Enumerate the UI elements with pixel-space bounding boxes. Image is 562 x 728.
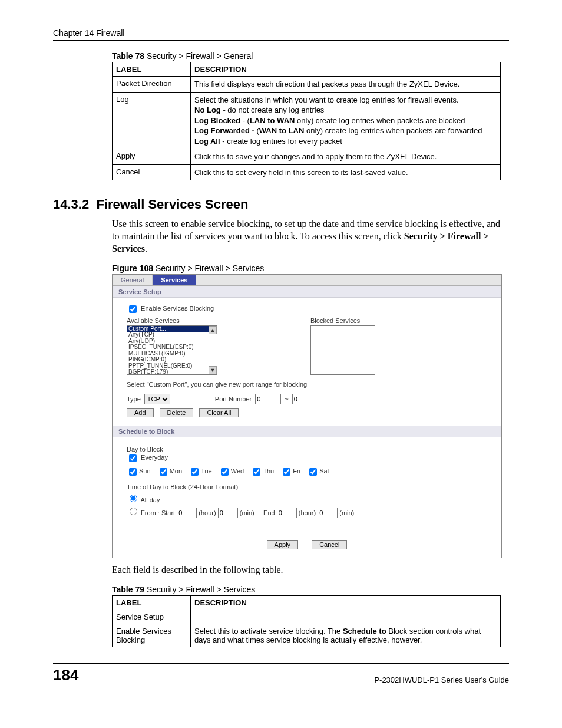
- table78-header-label: LABEL: [113, 62, 191, 77]
- section-paragraph: Use this screen to enable service blocki…: [112, 218, 501, 255]
- enable-row: Enable Services Blocking: [127, 304, 487, 315]
- t78-r2-desc: Click this to save your changes and to a…: [191, 149, 501, 165]
- end-hour-input[interactable]: [277, 508, 297, 518]
- table78-caption: Table 78 Security > Firewall > General: [112, 51, 509, 61]
- table-row: Service Setup: [113, 610, 501, 624]
- port-from-input[interactable]: [255, 394, 281, 404]
- enable-services-blocking-checkbox[interactable]: [129, 305, 137, 313]
- all-day-radio[interactable]: [130, 495, 137, 502]
- table79: LABEL DESCRIPTION Service Setup Enable S…: [112, 595, 501, 647]
- end-min-input[interactable]: [318, 508, 338, 518]
- section-heading: 14.3.2 Firewall Services Screen: [53, 197, 509, 212]
- custom-port-hint: Select "Custom Port", you can give new p…: [127, 381, 487, 388]
- day-mon-checkbox[interactable]: [160, 468, 167, 476]
- from-radio[interactable]: [130, 508, 137, 515]
- figure108-caption: Figure 108 Security > Firewall > Service…: [112, 263, 509, 273]
- type-select[interactable]: TCP: [144, 394, 170, 404]
- type-label: Type: [127, 396, 141, 403]
- blocked-services-listbox[interactable]: [310, 325, 375, 375]
- apply-button[interactable]: Apply: [267, 540, 299, 549]
- table-row: Cancel Click this to set every field in …: [113, 164, 501, 180]
- everyday-label: Everyday: [141, 454, 168, 461]
- start-min-input[interactable]: [218, 508, 238, 518]
- scroll-down-icon[interactable]: ▼: [209, 366, 217, 374]
- table78: LABEL DESCRIPTION Packet Direction This …: [112, 62, 501, 180]
- days-row: Sun Mon Tue Wed Thu Fri Sat: [127, 466, 487, 477]
- day-tue-checkbox[interactable]: [191, 468, 199, 476]
- min-label-1: (min): [240, 509, 254, 516]
- start-hour-input[interactable]: [177, 508, 197, 518]
- table-row: Log Select the situations in which you w…: [113, 92, 501, 149]
- time-of-day-header: Time of Day to Block (24-Hour Format): [127, 483, 487, 490]
- table79-header-desc: DESCRIPTION: [191, 595, 501, 610]
- footer-rule: [53, 663, 509, 664]
- t79-r1-label: Enable Services Blocking: [113, 624, 191, 647]
- table78-caption-text: Security > Firewall > General: [144, 51, 253, 61]
- table79-header-label: LABEL: [113, 595, 191, 610]
- tabs: General Services: [113, 275, 501, 286]
- dotted-separator: [136, 535, 478, 535]
- guide-title: P-2302HWUDL-P1 Series User's Guide: [374, 676, 509, 684]
- port-tilde: ~: [285, 396, 288, 403]
- footer: 184 P-2302HWUDL-P1 Series User's Guide: [53, 666, 509, 684]
- day-to-block-label: Day to Block: [127, 446, 487, 453]
- day-wed-checkbox[interactable]: [221, 468, 229, 476]
- figure108: General Services Service Setup Enable Se…: [112, 274, 502, 558]
- end-label: End: [263, 509, 275, 516]
- add-button[interactable]: Add: [127, 408, 154, 417]
- table79-caption: Table 79 Security > Firewall > Services: [112, 585, 509, 594]
- table78-caption-prefix: Table 78: [112, 51, 144, 61]
- t78-r3-label: Cancel: [113, 164, 191, 180]
- table-row: Enable Services Blocking Select this to …: [113, 624, 501, 647]
- min-label-2: (min): [339, 509, 354, 516]
- t78-r2-label: Apply: [113, 149, 191, 165]
- port-number-label: Port Number: [215, 396, 252, 403]
- t78-r0-desc: This field displays each direction that …: [191, 77, 501, 93]
- running-head: Chapter 14 Firewall: [53, 28, 509, 38]
- day-fri-checkbox[interactable]: [283, 468, 290, 476]
- list-item[interactable]: BGP(TCP:179): [127, 369, 217, 375]
- from-label: From : Start: [141, 509, 175, 516]
- delete-button[interactable]: Delete: [160, 408, 194, 417]
- t79-r1-desc: Select this to activate service blocking…: [191, 624, 501, 647]
- everyday-checkbox[interactable]: [129, 454, 137, 462]
- table-row: Apply Click this to save your changes an…: [113, 149, 501, 165]
- header-rule: [53, 40, 509, 41]
- hour-label-1: (hour): [199, 509, 216, 516]
- t78-r0-label: Packet Direction: [113, 77, 191, 93]
- table-row: Packet Direction This field displays eac…: [113, 77, 501, 93]
- tab-services[interactable]: Services: [153, 275, 196, 285]
- t78-r1-desc: Select the situations in which you want …: [191, 92, 501, 149]
- enable-services-blocking-label: Enable Services Blocking: [141, 305, 214, 312]
- available-services-label: Available Services: [127, 317, 217, 324]
- clear-all-button[interactable]: Clear All: [199, 408, 239, 417]
- t78-r3-desc: Click this to set every field in this sc…: [191, 164, 501, 180]
- all-day-label: All day: [140, 496, 160, 503]
- schedule-header: Schedule to Block: [113, 426, 501, 437]
- day-thu-checkbox[interactable]: [253, 468, 260, 476]
- hour-label-2: (hour): [299, 509, 316, 516]
- day-sat-checkbox[interactable]: [309, 468, 317, 476]
- blocked-services-label: Blocked Services: [310, 317, 375, 324]
- t78-r1-label: Log: [113, 92, 191, 149]
- table78-header-desc: DESCRIPTION: [191, 62, 501, 77]
- port-to-input[interactable]: [292, 394, 318, 404]
- scroll-up-icon[interactable]: ▲: [209, 326, 217, 334]
- service-setup-header: Service Setup: [113, 286, 501, 298]
- day-sun-checkbox[interactable]: [129, 468, 137, 476]
- after-figure-text: Each field is described in the following…: [112, 564, 501, 577]
- available-services-listbox[interactable]: ▲ Custom Port... Any(TCP) Any(UDP) IPSEC…: [127, 325, 217, 375]
- tab-general[interactable]: General: [113, 275, 153, 285]
- cancel-button[interactable]: Cancel: [312, 540, 347, 549]
- page-number: 184: [53, 666, 78, 684]
- t79-r0-label: Service Setup: [113, 610, 191, 624]
- t79-r0-desc: [191, 610, 501, 624]
